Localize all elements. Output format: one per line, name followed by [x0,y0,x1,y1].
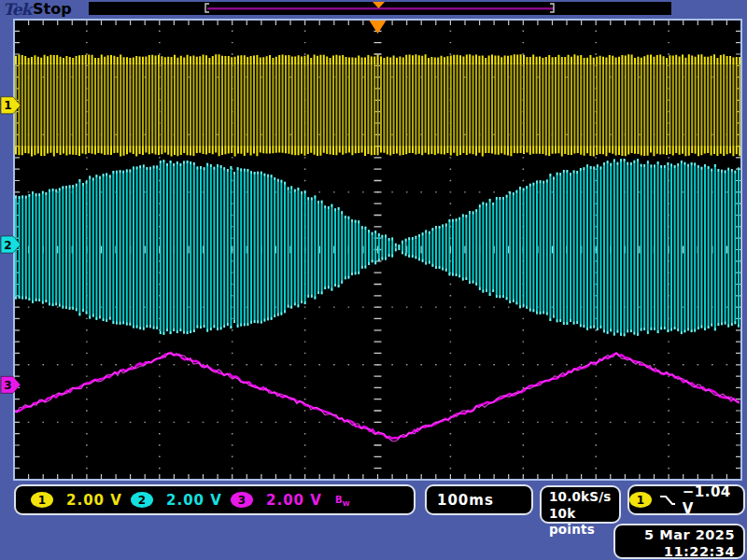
channel-2-scale: 2.00 V [166,492,233,509]
channel-3-readout[interactable]: 3 2.00 V BW [231,486,349,513]
channel-3-bandwidth-icon: BW [335,496,349,505]
timebase-readout[interactable]: 100ms [425,484,533,515]
time-value: 11:22:34 [615,544,735,560]
channel-2-badge: 2 [131,492,153,508]
acquisition-status: Stop [33,0,72,18]
acquisition-readout[interactable]: 10.0kS/s 10k points [540,485,621,524]
trigger-level: −1.04 V [683,483,737,517]
record-view-waveform [207,7,554,9]
channel-3-badge: 3 [231,492,253,508]
trigger-source-badge: 1 [629,492,652,508]
channel-3-marker-label: 3 [4,379,11,392]
channel-2-marker-label: 2 [4,239,11,252]
waveform-display: 123 [0,0,747,560]
trigger-readout[interactable]: 1 −1.04 V [627,484,745,515]
falling-edge-icon [659,494,675,507]
datetime-readout: 5 Mar 2025 11:22:34 [613,524,745,559]
channel-1-marker-label: 1 [4,99,11,112]
channel-1-scale: 2.00 V [66,492,134,509]
oscilloscope-screen: 123 Tek Stop 1 2.00 V BW 2 2.00 V BW 3 2… [0,0,747,560]
tek-logo: Tek [3,0,31,19]
date-value: 5 Mar 2025 [615,527,735,544]
sample-rate: 10.0kS/s [549,489,619,506]
channel-readout-bar: 1 2.00 V BW 2 2.00 V BW 3 2.00 V BW [14,484,416,515]
record-length: 10k points [549,506,619,539]
ch1-waveform [16,63,740,147]
channel-3-scale: 2.00 V [266,492,333,509]
channel-1-badge: 1 [31,492,53,508]
timebase-value: 100ms [437,492,494,509]
